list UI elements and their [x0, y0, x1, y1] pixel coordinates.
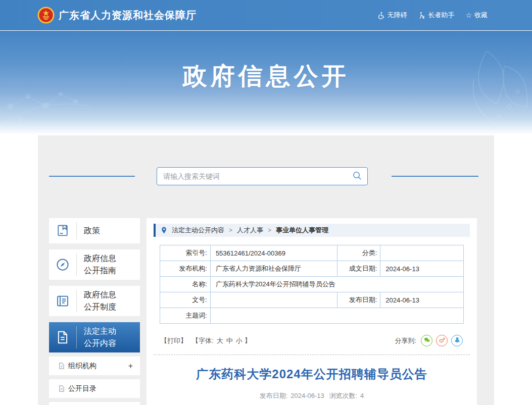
- table-row: 发布机构: 广东省人力资源和社会保障厅 成文日期: 2024-06-13: [160, 261, 464, 277]
- table-row: 文号: 发布日期: 2024-06-13: [160, 292, 464, 308]
- article-views-label: 浏览次数:: [329, 392, 357, 399]
- top-header-bar: 广东省人力资源和社会保障厅 无障碍: [0, 0, 532, 30]
- site-title[interactable]: 广东省人力资源和社会保障厅: [59, 0, 197, 30]
- font-size-large-button[interactable]: 大: [217, 336, 223, 345]
- font-size-medium-button[interactable]: 中: [226, 336, 233, 345]
- article-title: 广东药科大学2024年公开招聘辅导员公告: [157, 366, 467, 382]
- sidebar-item-label: 法定主动公开内容: [84, 325, 120, 349]
- content-card: 法定主动公开内容 > 人才人事 > 事业单位人事管理 索引号: 55361246…: [147, 218, 477, 405]
- rules-book-icon: [49, 293, 76, 309]
- compass-icon: [49, 257, 76, 272]
- policy-book-icon: [49, 224, 76, 238]
- divider: [76, 290, 77, 312]
- page-title: 政府信息公开: [0, 60, 532, 92]
- accessibility-label: 无障碍: [387, 11, 407, 20]
- wechat-share-icon: [423, 336, 430, 345]
- location-pin-icon: [161, 226, 167, 234]
- main-container: 政策 政府信息公开指南: [38, 135, 494, 405]
- agency-label: 发布机构:: [160, 261, 211, 277]
- font-size-prefix: 【字体:: [192, 336, 214, 345]
- share-wechat-button[interactable]: [421, 335, 432, 346]
- search-input[interactable]: [157, 168, 346, 185]
- divider: [76, 326, 77, 348]
- font-size-small-button[interactable]: 小: [236, 336, 243, 345]
- star-icon: ☆: [465, 12, 472, 19]
- sidebar-subitem-work-news[interactable]: 工作动态: [49, 402, 140, 405]
- share-controls: 分享到:: [395, 335, 463, 346]
- keywords-label: 主题词:: [160, 308, 211, 324]
- table-row: 索引号: 553612461/2024-00369 分类:: [160, 245, 464, 261]
- sidebar-item-policy[interactable]: 政策: [49, 218, 140, 243]
- table-row: 主题词:: [160, 308, 464, 324]
- search-box: [157, 167, 368, 185]
- breadcrumb-separator: >: [268, 227, 271, 234]
- dashed-divider: [154, 355, 470, 355]
- page: 广东省人力资源和社会保障厅 无障碍: [0, 0, 532, 405]
- font-size-suffix: 】: [245, 336, 251, 345]
- elder-assist-link[interactable]: 长者助手: [418, 11, 454, 20]
- sidebar-item-label: 政府信息公开指南: [84, 252, 120, 277]
- name-label: 名称:: [160, 277, 211, 292]
- print-font-controls: 【打印】 【字体: 大 中 小 】: [161, 336, 251, 345]
- category-label: 分类:: [337, 245, 380, 261]
- sidebar-item-label: 政策: [84, 225, 120, 237]
- doc-number-label: 文号:: [160, 292, 211, 308]
- accessibility-link[interactable]: 无障碍: [377, 11, 407, 20]
- sidebar-item-label: 政府信息公开制度: [84, 289, 120, 313]
- article-publish-date-label: 发布日期:: [260, 392, 288, 399]
- favorite-label: 收藏: [474, 11, 488, 20]
- index-number-value: 553612461/2024-00369: [210, 245, 337, 261]
- sidebar-item-disclosure-rules[interactable]: 政府信息公开制度: [49, 286, 140, 316]
- share-weibo-button[interactable]: [436, 335, 448, 346]
- written-date-label: 成文日期:: [337, 261, 380, 277]
- sidebar-subitem-label: 公开目录: [68, 384, 96, 393]
- divider: [76, 254, 77, 276]
- accessibility-icon: [377, 12, 384, 19]
- search-icon: [352, 171, 362, 182]
- sidebar-subitem-organization[interactable]: 组织机构 +: [49, 357, 140, 375]
- national-emblem-logo: [37, 7, 55, 24]
- breadcrumb-item-talent-hr[interactable]: 人才人事: [237, 226, 263, 235]
- keywords-value: [210, 308, 463, 324]
- sidebar-subitem-label: 组织机构: [68, 362, 96, 371]
- weibo-share-icon: [439, 336, 446, 345]
- article-meta: 发布日期:2024-06-13 浏览次数:4: [147, 391, 477, 400]
- written-date-value: 2024-06-13: [380, 261, 464, 277]
- left-decorative-line: [49, 176, 135, 177]
- agency-value: 广东省人力资源和社会保障厅: [210, 261, 337, 277]
- article-views: 4: [360, 392, 364, 399]
- article-publish-date: 2024-06-13: [291, 392, 324, 399]
- article-toolbar: 【打印】 【字体: 大 中 小 】 分享到:: [161, 335, 463, 346]
- elder-assist-icon: [418, 12, 425, 19]
- divider: [76, 222, 77, 239]
- qq-share-icon: [454, 336, 461, 345]
- name-value: 广东药科大学2024年公开招聘辅导员公告: [210, 277, 463, 292]
- favorite-link[interactable]: ☆ 收藏: [465, 11, 488, 20]
- breadcrumb-item-statutory[interactable]: 法定主动公开内容: [172, 226, 224, 235]
- banner: 政府信息公开: [0, 30, 532, 135]
- share-label: 分享到:: [395, 336, 416, 345]
- sidebar-item-disclosure-guide[interactable]: 政府信息公开指南: [49, 249, 140, 280]
- print-button[interactable]: 【打印】: [161, 336, 187, 345]
- document-icon: [49, 330, 76, 345]
- table-row: 名称: 广东药科大学2024年公开招聘辅导员公告: [160, 277, 464, 292]
- category-value: [380, 245, 464, 261]
- publish-date-label: 发布日期:: [337, 292, 380, 308]
- page-icon: [58, 385, 65, 392]
- breadcrumb-separator: >: [229, 227, 232, 234]
- right-decorative-line: [392, 176, 478, 177]
- page-icon: [58, 363, 65, 369]
- publish-date-value: 2024-06-13: [380, 292, 464, 308]
- document-info-table: 索引号: 553612461/2024-00369 分类: 发布机构: 广东省人…: [160, 245, 464, 324]
- sidebar-subitem-public-catalog[interactable]: 公开目录: [49, 379, 140, 398]
- index-number-label: 索引号:: [160, 245, 211, 261]
- search-button[interactable]: [346, 168, 367, 185]
- sidebar-item-statutory-disclosure[interactable]: 法定主动公开内容: [49, 322, 140, 352]
- breadcrumb-item-current: 事业单位人事管理: [276, 226, 328, 235]
- doc-number-value: [210, 292, 337, 308]
- expand-plus-icon[interactable]: +: [128, 362, 133, 370]
- header-links: 无障碍 长者助手 ☆ 收藏: [377, 0, 488, 30]
- share-qq-button[interactable]: [451, 335, 463, 346]
- elder-assist-label: 长者助手: [428, 11, 454, 20]
- sidebar: 政策 政府信息公开指南: [49, 218, 140, 405]
